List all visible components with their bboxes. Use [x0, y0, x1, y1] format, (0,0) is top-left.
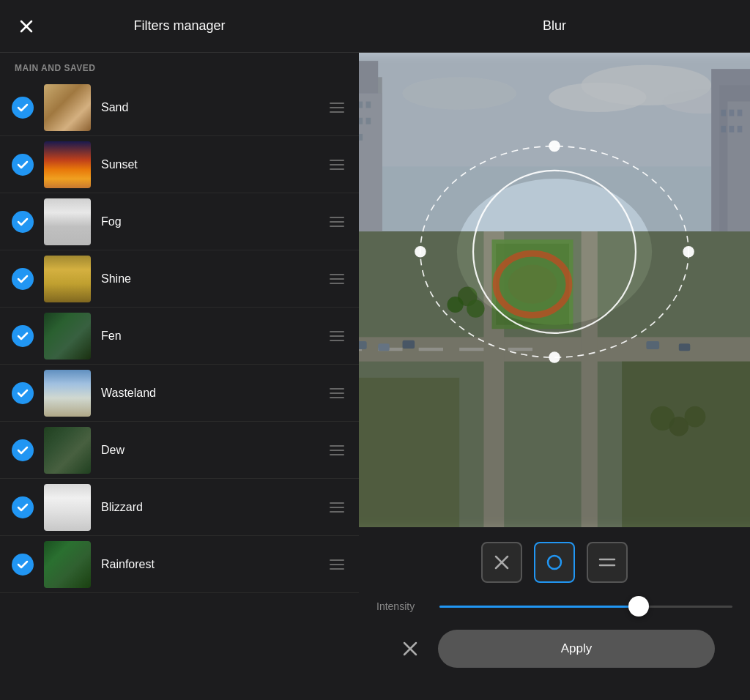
filter-thumb-rainforest [44, 541, 91, 588]
filter-name-wasteland: Wasteland [101, 387, 327, 400]
blur-panel: Blur [359, 0, 750, 700]
filter-thumb-wasteland [44, 370, 91, 417]
blur-controls: Intensity Apply [359, 527, 750, 700]
shape-buttons-row [376, 542, 732, 583]
list-item[interactable]: Fog [0, 193, 359, 250]
check-circle-fog[interactable] [12, 211, 34, 233]
filter-thumb-sunset [44, 141, 91, 188]
check-circle-wasteland[interactable] [12, 382, 34, 404]
drag-handle-rainforest[interactable] [327, 556, 347, 573]
filter-name-sunset: Sunset [101, 158, 327, 171]
shape-button-circle[interactable] [534, 542, 575, 583]
section-label: MAIN AND SAVED [0, 53, 359, 79]
drag-handle-sand[interactable] [327, 100, 347, 116]
check-circle-sand[interactable] [12, 97, 34, 119]
list-item[interactable]: Sunset [0, 136, 359, 193]
slider-thumb[interactable] [628, 596, 649, 617]
drag-handle-dew[interactable] [327, 442, 347, 458]
left-header: Filters manager [0, 0, 359, 53]
list-item[interactable]: Sand [0, 79, 359, 136]
filter-name-shine: Shine [101, 272, 327, 286]
list-item[interactable]: Blizzard [0, 479, 359, 536]
cancel-button[interactable] [394, 633, 426, 665]
drag-handle-fog[interactable] [327, 214, 347, 230]
filter-thumb-shine [44, 256, 91, 302]
list-item[interactable]: Dew [0, 422, 359, 479]
blur-title: Blur [543, 18, 566, 34]
drag-handle-blizzard[interactable] [327, 499, 347, 515]
intensity-slider[interactable] [439, 606, 732, 608]
close-button[interactable] [15, 15, 38, 38]
svg-point-60 [549, 141, 560, 152]
check-circle-shine[interactable] [12, 268, 34, 290]
check-circle-blizzard[interactable] [12, 496, 34, 518]
svg-point-61 [415, 246, 426, 258]
check-circle-dew[interactable] [12, 439, 34, 461]
shape-button-linear[interactable] [587, 542, 628, 583]
filter-thumb-dew [44, 427, 91, 474]
check-circle-rainforest[interactable] [12, 554, 34, 576]
filter-thumb-fog [44, 198, 91, 245]
svg-point-62 [683, 246, 694, 258]
check-circle-fen[interactable] [12, 325, 34, 347]
drag-handle-fen[interactable] [327, 328, 347, 344]
filter-name-rainforest: Rainforest [101, 558, 327, 571]
filter-name-sand: Sand [101, 101, 327, 114]
drag-handle-shine[interactable] [327, 271, 347, 287]
right-header: Blur [359, 0, 750, 53]
svg-point-66 [548, 556, 561, 569]
shape-button-close[interactable] [481, 542, 522, 583]
apply-button[interactable]: Apply [438, 630, 715, 668]
image-preview[interactable] [359, 53, 750, 527]
list-item[interactable]: Fen [0, 308, 359, 365]
drag-handle-sunset[interactable] [327, 157, 347, 173]
filter-name-dew: Dew [101, 444, 327, 457]
filter-name-fen: Fen [101, 329, 327, 343]
filter-thumb-sand [44, 84, 91, 131]
list-item[interactable]: Rainforest [0, 536, 359, 593]
filter-list: Sand Sunset [0, 79, 359, 700]
bottom-actions: Apply [376, 630, 732, 685]
slider-fill [439, 606, 639, 608]
intensity-label: Intensity [376, 600, 428, 612]
filter-thumb-fen [44, 313, 91, 360]
filter-name-fog: Fog [101, 215, 327, 228]
filters-manager-panel: Filters manager MAIN AND SAVED Sand [0, 0, 359, 700]
intensity-row: Intensity [376, 600, 732, 612]
list-item[interactable]: Shine [0, 250, 359, 308]
drag-handle-wasteland[interactable] [327, 385, 347, 401]
photo-svg [359, 53, 750, 527]
check-circle-sunset[interactable] [12, 154, 34, 176]
filter-name-blizzard: Blizzard [101, 501, 327, 514]
svg-point-63 [549, 351, 560, 363]
filter-thumb-blizzard [44, 484, 91, 531]
list-item[interactable]: Wasteland [0, 365, 359, 422]
svg-rect-57 [359, 53, 750, 527]
filters-manager-title: Filters manager [133, 18, 225, 34]
